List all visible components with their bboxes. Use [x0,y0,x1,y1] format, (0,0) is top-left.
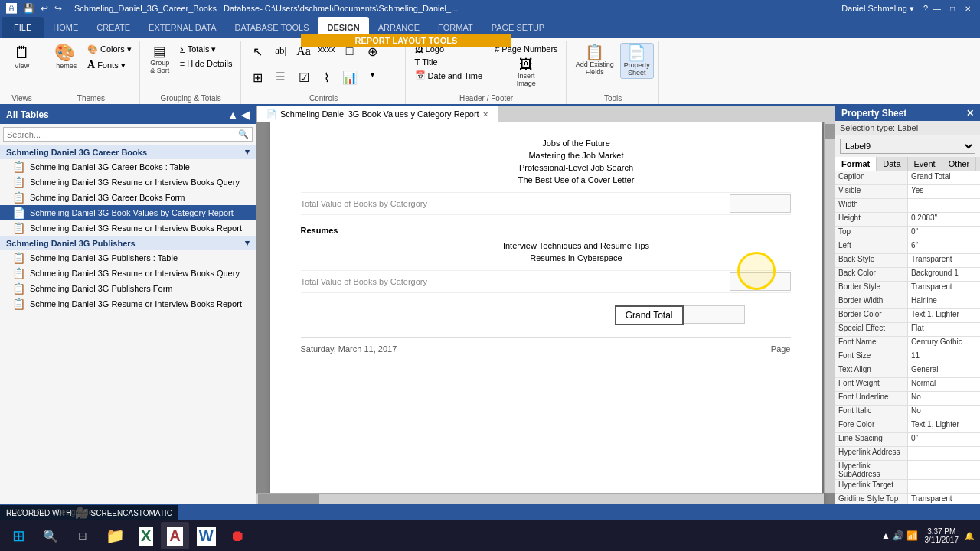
subform-tool-button[interactable]: ⊞ [247,69,269,86]
sidebar-item-resume-query[interactable]: 📋 Schmeling Daniel 3G Resume or Intervie… [0,174,256,190]
close-btn[interactable]: ✕ [962,2,974,15]
title-button[interactable]: TTitle [412,56,486,68]
section-toggle-publishers[interactable]: ▾ [245,238,250,248]
ps-property-value[interactable]: Flat [908,323,980,336]
ps-property-row[interactable]: Gridline Style Top Transparent [835,494,980,504]
ps-tab-all[interactable]: All [976,157,980,171]
view-button[interactable]: 🗒 View [8,43,36,71]
section-toggle-career[interactable]: ▾ [245,147,250,157]
ps-tab-data[interactable]: Data [877,157,907,171]
h-scrollbar-thumb[interactable] [258,494,319,504]
ps-property-row[interactable]: Top 0" [835,227,980,240]
ps-property-row[interactable]: Hyperlink SubAddress [835,461,980,480]
section-header-career-books[interactable]: Schmeling Daniel 3G Career Books ▾ [0,145,256,159]
report-tab-close[interactable]: ✕ [482,110,488,119]
ps-property-row[interactable]: Fore Color Text 1, Lighter [835,419,980,433]
line-tool-button[interactable]: ⌇ [316,69,338,86]
section-header-publishers[interactable]: Schmeling Daniel 3G Publishers ▾ [0,236,256,250]
ps-property-row[interactable]: Font Italic No [835,406,980,419]
taskbar-word[interactable]: W [191,522,222,549]
ps-property-row[interactable]: Border Width Hairline [835,295,980,309]
sidebar-item-career-table[interactable]: 📋 Schmeling Daniel 3G Career Books : Tab… [0,159,256,174]
ps-property-value[interactable]: 0.2083" [908,213,980,226]
ps-property-value[interactable]: Transparent [908,494,980,504]
ps-property-row[interactable]: Hyperlink Address [835,447,980,461]
ps-property-value[interactable]: Background 1 [908,268,980,281]
ps-property-row[interactable]: Visible Yes [835,185,980,199]
property-sheet-button[interactable]: 📄 PropertySheet [620,43,654,79]
ps-property-value[interactable]: Century Gothic [908,337,980,350]
ps-property-row[interactable]: Width [835,199,980,213]
ps-property-value[interactable] [908,447,980,460]
ps-property-value[interactable]: Transparent [908,254,980,267]
notifications-btn[interactable]: 🔔 [965,532,974,540]
search-input[interactable] [4,129,235,141]
minimize-btn[interactable]: — [931,2,943,15]
totals-button[interactable]: Σ Totals ▾ [177,43,236,56]
ps-property-row[interactable]: Line Spacing 0" [835,433,980,447]
ps-tab-other[interactable]: Other [942,157,977,171]
help-btn[interactable]: ? [923,4,928,13]
label-tool-button[interactable]: ab| [270,43,292,58]
ps-property-row[interactable]: Caption Grand Total [835,171,980,185]
ps-property-value[interactable]: 0" [908,227,980,240]
sidebar-item-book-values-report[interactable]: 📄 Schmeling Daniel 3G Book Values by Cat… [0,205,256,220]
ps-property-row[interactable]: Font Size 11 [835,350,980,364]
select-tool-button[interactable]: ↖ [247,43,269,60]
start-button[interactable]: ⊞ [3,522,34,549]
sidebar-item-publishers-table[interactable]: 📋 Schmeling Daniel 3G Publishers : Table [0,250,256,266]
ps-tab-format[interactable]: Format [835,157,877,171]
ps-property-value[interactable]: General [908,364,980,377]
tab-home[interactable]: HOME [44,17,87,38]
sidebar-item-pub-form[interactable]: 📋 Schmeling Daniel 3G Publishers Form [0,281,256,296]
hide-details-button[interactable]: ≡ Hide Details [177,57,236,70]
check-tool-button[interactable]: ☑ [293,69,315,86]
report-tab-active[interactable]: 📄 Schmeling Daniel 3G Book Values y Cate… [256,106,498,122]
ps-property-row[interactable]: Height 0.2083" [835,213,980,227]
ps-property-row[interactable]: Font Name Century Gothic [835,337,980,350]
ps-property-row[interactable]: Font Underline No [835,392,980,406]
ps-property-value[interactable] [908,199,980,212]
ps-property-value[interactable] [908,480,980,493]
ps-property-row[interactable]: Hyperlink Target [835,480,980,494]
redo-btn[interactable]: ↪ [54,3,62,14]
tab-file[interactable]: FILE [2,17,44,38]
fonts-button[interactable]: A Fonts ▾ [84,57,135,73]
ps-property-value[interactable]: Hairline [908,295,980,308]
more-controls-button[interactable]: ▾ [362,69,384,80]
ps-property-value[interactable]: Text 1, Lighter [908,309,980,322]
insert-image-button[interactable]: 🖼 InsertImage [492,56,561,89]
add-existing-fields-button[interactable]: 📋 Add ExistingFields [573,43,617,77]
sidebar-filter-btn[interactable]: ▲ [227,109,238,121]
colors-button[interactable]: 🎨 Colors ▾ [84,43,135,56]
ps-tab-event[interactable]: Event [908,157,942,171]
undo-btn[interactable]: ↩ [41,3,48,14]
ps-property-value[interactable]: Normal [908,378,980,391]
ps-property-value[interactable]: Text 1, Lighter [908,419,980,432]
date-time-button[interactable]: 📅Date and Time [412,69,486,82]
ps-property-row[interactable]: Text Align General [835,364,980,378]
ps-property-row[interactable]: Left 6" [835,240,980,254]
ps-property-value[interactable]: No [908,406,980,419]
task-view-btn[interactable]: ⊟ [67,522,98,549]
sidebar-item-pub-resume-query[interactable]: 📋 Schmeling Daniel 3G Resume or Intervie… [0,266,256,281]
ps-selection-dropdown[interactable]: Label9 [840,139,975,154]
themes-button[interactable]: 🎨 Themes [47,43,81,71]
tab-external-data[interactable]: EXTERNAL DATA [139,17,225,38]
chart-tool-button[interactable]: 📊 [339,69,361,86]
ps-property-row[interactable]: Border Color Text 1, Lighter [835,309,980,323]
sidebar-item-resume-report[interactable]: 📋 Schmeling Daniel 3G Resume or Intervie… [0,220,256,236]
ps-property-value[interactable]: 6" [908,240,980,253]
ps-property-value[interactable] [908,461,980,479]
ps-property-row[interactable]: Border Style Transparent [835,282,980,295]
scrollbar-thumb[interactable] [825,124,835,139]
ps-property-value[interactable]: No [908,392,980,405]
ps-property-value[interactable]: 0" [908,433,980,446]
ps-close-btn[interactable]: ✕ [966,108,974,119]
sidebar-item-career-form[interactable]: 📋 Schmeling Daniel 3G Career Books Form [0,190,256,205]
cortana-search[interactable]: 🔍 [35,522,66,549]
taskbar-access[interactable]: A [161,522,188,549]
taskbar-explorer[interactable]: 📁 [100,522,131,549]
ps-property-row[interactable]: Back Style Transparent [835,254,980,268]
sidebar-item-pub-resume-report[interactable]: 📋 Schmeling Daniel 3G Resume or Intervie… [0,296,256,311]
